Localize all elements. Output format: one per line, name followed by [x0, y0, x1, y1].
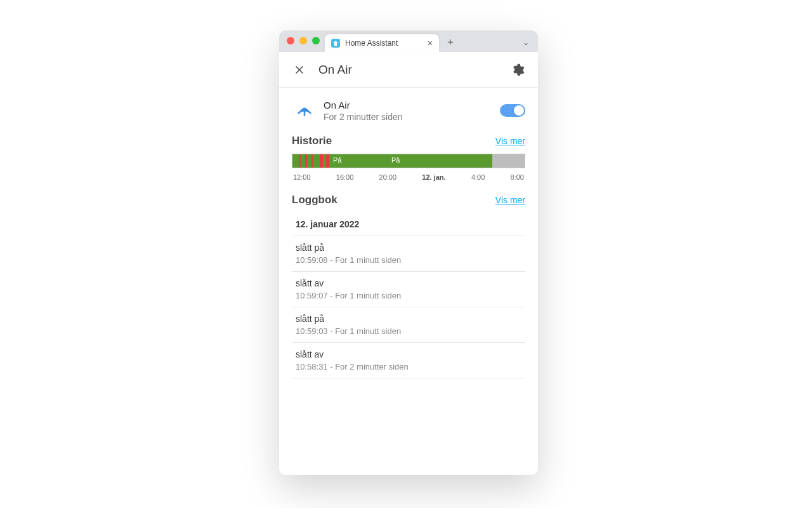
close-button[interactable] — [288, 58, 311, 81]
x-icon — [293, 64, 306, 76]
entity-name: On Air — [324, 100, 403, 110]
home-assistant-favicon-icon — [331, 39, 340, 48]
browser-chrome: Home Assistant × ＋ ⌄ — [279, 30, 538, 52]
logbook-entry: slått av 10:59:07 - For 1 minutt siden — [292, 272, 525, 307]
tick-label: 16:00 — [336, 173, 354, 181]
tick-label: 8:00 — [511, 173, 524, 181]
timeline-ticks: 12:00 16:00 20:00 12. jan. 4:00 8:00 — [292, 173, 525, 181]
dialog-header: On Air — [279, 52, 538, 88]
logbook-entry-time: 10:59:07 - For 1 minutt siden — [296, 291, 521, 300]
tick-label: 12:00 — [293, 173, 311, 181]
tick-label: 4:00 — [471, 173, 485, 181]
tab-title: Home Assistant — [345, 39, 398, 48]
tick-label: 20:00 — [379, 173, 397, 181]
logbook-entry-time: 10:59:03 - For 1 minutt siden — [296, 326, 521, 336]
toggle-switch[interactable] — [500, 104, 525, 117]
history-title: Historie — [292, 135, 332, 147]
logbook-date: 12. januar 2022 — [292, 213, 525, 236]
history-header: Historie Vis mer — [292, 135, 525, 147]
logbook-entry-title: slått av — [296, 349, 521, 359]
window-close-button[interactable] — [287, 37, 294, 44]
logbook-entry-time: 10:59:08 - For 1 minutt siden — [296, 255, 521, 265]
logbook-show-more-link[interactable]: Vis mer — [495, 195, 525, 205]
logbook-entry: slått på 10:59:03 - For 1 minutt siden — [292, 307, 525, 343]
timeline-label-on-1: På — [333, 156, 341, 164]
logbook-entry: slått av 10:58:31 - For 2 minutter siden — [292, 343, 525, 378]
settings-button[interactable] — [506, 58, 529, 81]
logbook-entry-time: 10:58:31 - For 2 minutter siden — [296, 362, 521, 371]
close-icon[interactable]: × — [428, 38, 433, 48]
entity-row: On Air For 2 minutter siden — [292, 98, 525, 123]
dialog-content: On Air For 2 minutter siden Historie Vis… — [279, 88, 538, 475]
broadcast-icon — [292, 98, 317, 123]
timeline-label-on-2: På — [391, 156, 400, 164]
logbook-entry: slått på 10:59:08 - For 1 minutt siden — [292, 236, 525, 272]
new-tab-button[interactable]: ＋ — [445, 36, 455, 49]
gear-icon — [511, 63, 525, 77]
logbook-entry-title: slått på — [296, 243, 521, 253]
page-title: On Air — [318, 63, 352, 77]
browser-window: Home Assistant × ＋ ⌄ On Air — [279, 30, 538, 475]
entity-last-changed: For 2 minutter siden — [324, 112, 403, 122]
history-show-more-link[interactable]: Vis mer — [495, 136, 525, 146]
window-minimize-button[interactable] — [299, 37, 307, 44]
tick-label: 12. jan. — [422, 173, 445, 181]
entity-text: On Air For 2 minutter siden — [324, 100, 403, 122]
window-maximize-button[interactable] — [312, 37, 320, 44]
logbook-entry-title: slått på — [296, 314, 521, 324]
chevron-down-icon[interactable]: ⌄ — [523, 38, 529, 47]
history-timeline: På På — [292, 154, 525, 168]
logbook-title: Loggbok — [292, 194, 337, 206]
browser-tab[interactable]: Home Assistant × — [325, 34, 439, 52]
window-controls — [287, 37, 320, 44]
logbook-header: Loggbok Vis mer — [292, 194, 525, 206]
logbook-entry-title: slått av — [296, 278, 521, 288]
